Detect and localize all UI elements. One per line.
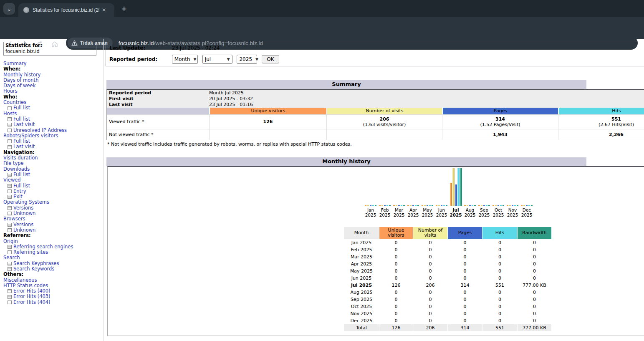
monthly-row-value: 0 — [482, 310, 517, 317]
zero-dash — [429, 205, 431, 206]
sidebar-sublink[interactable]: Unknown — [3, 227, 103, 233]
zero-dash — [386, 205, 388, 206]
browser-chrome: ⌄ Statistics for focusnic.biz.id (202 ✕ … — [0, 0, 644, 39]
sidebar-link[interactable]: Countries — [3, 100, 103, 105]
sidebar-link[interactable]: Miscellaneous — [3, 278, 103, 283]
monthly-row-value: 551 — [482, 282, 517, 288]
last-update-label: Last Update: — [109, 45, 170, 51]
zero-value-dashes — [492, 205, 504, 206]
tab-search-button[interactable]: ⌄ — [3, 3, 15, 15]
new-tab-button[interactable]: + — [119, 4, 129, 13]
summary-section-title: Summary — [106, 80, 586, 89]
sidebar-link[interactable]: Days of week — [3, 83, 103, 88]
monthly-row-value: 0 — [518, 239, 551, 246]
monthly-row-month: Jul 2025 — [344, 282, 379, 288]
zero-dash — [438, 205, 440, 206]
monthly-history-box: Jan2025Feb2025Mar2025Apr2025May2025Jun20… — [107, 166, 644, 336]
chart-month-slot — [378, 168, 392, 206]
chart-month-slot — [491, 168, 505, 206]
sidebar-sublink[interactable]: Entry — [3, 189, 103, 194]
monthly-row-value: 0 — [518, 296, 551, 303]
sidebar-sublink[interactable]: Referring sites — [3, 250, 103, 255]
sidebar-sublink[interactable]: Versions — [3, 205, 103, 211]
sidebar-link[interactable]: Downloads — [3, 167, 103, 172]
sidebar-link[interactable]: Operating Systems — [3, 200, 103, 205]
sidebar-link[interactable]: File type — [3, 161, 103, 166]
zero-dash — [531, 205, 533, 206]
monthly-header-row: Month Unique visitors Number of visits P… — [344, 227, 551, 239]
sidebar-sublink[interactable]: Error Hits (404) — [3, 300, 103, 305]
sidebar-link[interactable]: Days of month — [3, 78, 103, 83]
monthly-table-row: Mar 202500000 — [344, 253, 551, 260]
sidebar-link[interactable]: Browsers — [3, 216, 103, 222]
monthly-row-value: 0 — [482, 289, 517, 296]
sidebar-link[interactable]: Visits duration — [3, 155, 103, 161]
monthly-total-value: 126 — [379, 324, 413, 331]
chart-month-slot — [520, 168, 534, 206]
sidebar-link[interactable]: HTTP Status codes — [3, 283, 103, 288]
monthly-row-value: 0 — [413, 260, 447, 267]
zero-dash — [412, 205, 414, 206]
monthly-row-month: Jun 2025 — [344, 275, 379, 281]
sidebar-sublink[interactable]: Error Hits (403) — [3, 294, 103, 299]
select-chevron-icon: ▼ — [193, 57, 196, 61]
monthly-row-value: 0 — [379, 260, 413, 267]
sidebar-link[interactable]: Hosts — [3, 111, 103, 116]
zero-dash — [403, 205, 405, 206]
sidebar-sublink[interactable]: Versions — [3, 222, 103, 227]
zero-dash — [523, 205, 525, 206]
sidebar-link[interactable]: Search — [3, 255, 103, 260]
sidebar-sublink[interactable]: Last visit — [3, 144, 103, 149]
browser-tab[interactable]: Statistics for focusnic.biz.id (202 ✕ — [18, 3, 114, 17]
sidebar-link[interactable]: Robots/Spiders visitors — [3, 133, 103, 139]
period-type-select[interactable]: Month▼ — [172, 55, 198, 64]
sidebar-sublink[interactable]: Full list — [3, 139, 103, 144]
list-bullet-icon — [8, 139, 12, 143]
sidebar-sublink[interactable]: Full list — [3, 116, 103, 122]
sidebar-section-header: When: — [3, 66, 103, 72]
sidebar-sublink[interactable]: Full list — [3, 172, 103, 177]
sidebar-link[interactable]: Summary — [3, 61, 103, 66]
zero-dash — [509, 205, 511, 206]
zero-dash — [521, 205, 523, 206]
sidebar-sublink[interactable]: Search Keyphrases — [3, 261, 103, 266]
monthly-row-value: 0 — [518, 260, 551, 267]
zero-dash — [396, 205, 397, 206]
period-year-select[interactable]: 2025▼ — [237, 55, 257, 64]
sidebar-link[interactable]: Hours — [3, 88, 103, 94]
list-bullet-icon — [8, 206, 12, 210]
monthly-row-value: 0 — [448, 253, 482, 260]
monthly-total-label: Total — [344, 324, 379, 331]
zero-dash — [507, 205, 508, 206]
monthly-table-row: Sep 202500000 — [344, 296, 551, 303]
sidebar-sublink[interactable]: Unknown — [3, 211, 103, 216]
list-bullet-icon — [8, 117, 12, 121]
sidebar-sublink[interactable]: Full list — [3, 183, 103, 189]
tab-close-icon[interactable]: ✕ — [102, 7, 106, 13]
sidebar-sublink[interactable]: Referring search engines — [3, 244, 103, 250]
sidebar-sublink[interactable]: Search Keywords — [3, 266, 103, 272]
zero-dash — [436, 205, 437, 206]
sidebar-sublink[interactable]: Exit — [3, 194, 103, 200]
chart-month-label: Jan2025 — [364, 207, 378, 217]
monthly-row-month: Apr 2025 — [344, 260, 379, 267]
period-month-select[interactable]: Jul▼ — [202, 55, 232, 64]
sidebar-link[interactable]: Viewed — [3, 177, 103, 183]
sidebar-sublink[interactable]: Last visit — [3, 122, 103, 127]
sidebar-sublink[interactable]: Error Hits (400) — [3, 288, 103, 294]
monthly-row-value: 0 — [448, 296, 482, 303]
zero-dash — [424, 205, 426, 206]
list-bullet-icon — [8, 173, 12, 177]
zero-dash — [370, 205, 371, 206]
zero-value-dashes — [521, 205, 533, 206]
sidebar-menu: SummaryWhen:Monthly historyDays of month… — [3, 61, 103, 305]
zero-value-dashes — [393, 205, 405, 206]
sidebar-link[interactable]: Origin — [3, 239, 103, 244]
sidebar-link[interactable]: Monthly history — [3, 72, 103, 78]
viewed-hits-ratio: (2.67 Hits/Visit) — [599, 122, 634, 127]
sidebar-sublink[interactable]: Unresolved IP Address — [3, 128, 103, 133]
sidebar-sublink[interactable]: Full list — [3, 105, 103, 111]
ok-button[interactable]: OK — [262, 55, 279, 63]
zero-dash — [407, 205, 409, 206]
monthly-row-value: 314 — [448, 282, 482, 288]
